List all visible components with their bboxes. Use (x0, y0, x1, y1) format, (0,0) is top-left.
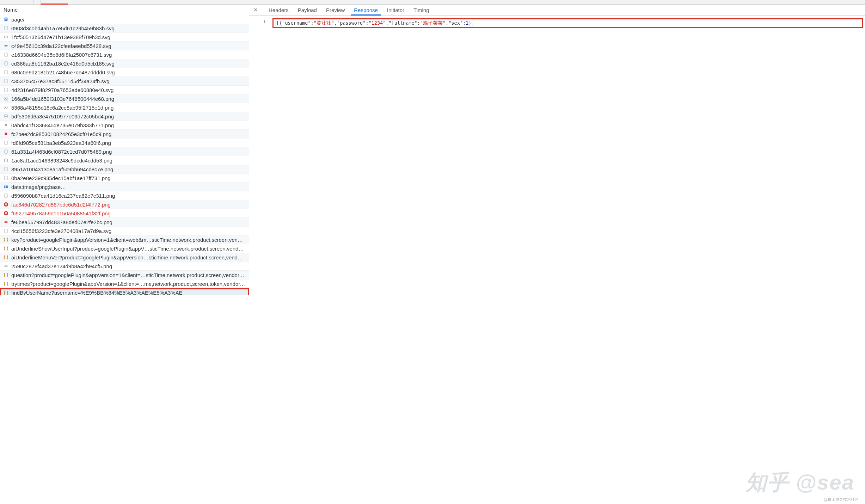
doc-icon (4, 17, 8, 22)
close-icon[interactable]: × (252, 7, 259, 14)
svg-rect-7 (5, 45, 8, 47)
request-row[interactable]: fac346d702827d867bdc6d51d2f4f772.png (0, 200, 249, 209)
request-row[interactable]: data:image/png;base… (0, 183, 249, 191)
request-name: bdf5306d6a3e47510977e09d72c05bd4.png (11, 113, 114, 119)
request-row[interactable]: c49e45610c39da122cfeefaeebd55428.svg (0, 42, 249, 50)
svg-rect-11 (5, 79, 8, 83)
detail-panel: × Headers Payload Preview Response Initi… (249, 5, 865, 295)
request-row[interactable]: cd386aa8b1162ba18e2e416d0d5cb185.svg (0, 59, 249, 68)
request-row[interactable]: key?product=googlePlugin&appVersion=1&cl… (0, 235, 249, 244)
generic-icon (4, 87, 8, 92)
request-row[interactable]: trytimes?product=googlePlugin&appVersion… (0, 279, 249, 288)
svg-rect-21 (5, 150, 8, 154)
request-row[interactable]: f6927c49578a69d1c150a5088541f32f.png (0, 209, 249, 218)
img-icon (4, 105, 8, 110)
request-row[interactable]: d596090b87ea41d16ca237ea62e7c311.png (0, 191, 249, 200)
response-json-content[interactable]: [{"username":"黄壮壮","password":"1234","fu… (276, 20, 474, 26)
request-name: 4cd15656f3223cfe3e270408a17a7d9a.svg (11, 228, 111, 234)
json-icon (4, 272, 8, 277)
json-icon (4, 281, 8, 286)
svg-rect-28 (5, 194, 8, 198)
request-name: 3951a100431308a1af5c9bb694cd8c7e.png (11, 166, 113, 172)
request-name: fe6bea567997dd4837a8ded07e2fe2bc.png (11, 219, 112, 225)
request-row[interactable]: page/ (0, 15, 249, 24)
tab-preview[interactable]: Preview (321, 5, 349, 15)
request-name: trytimes?product=googlePlugin&appVersion… (11, 281, 245, 287)
network-panel: Name page/0903d3c0bd4ab1a7e5d61c29b459b8… (0, 5, 249, 295)
request-row[interactable]: bdf5306d6a3e47510977e09d72c05bd4.png (0, 112, 249, 121)
tab-timing[interactable]: Timing (409, 5, 434, 15)
tab-marker (0, 0, 33, 5)
detail-tabs: × Headers Payload Preview Response Initi… (249, 5, 865, 16)
request-row[interactable]: 3951a100431308a1af5c9bb694cd8c7e.png (0, 165, 249, 174)
request-name: 166a5b4dd1659f3103e7648500444e68.png (11, 96, 114, 102)
request-row[interactable]: question?product=googlePlugin&appVersion… (0, 271, 249, 279)
request-row[interactable]: 680c0e9d2181b21748b6e7de487dddd0.svg (0, 68, 249, 77)
request-row[interactable]: fd8fd985ce581ba3eb5a923ea34a60f6.png (0, 139, 249, 147)
request-row[interactable]: fe6bea567997dd4837a8ded07e2fe2bc.png (0, 218, 249, 227)
num-icon: 1 (4, 158, 8, 163)
request-row[interactable]: 0903d3c0bd4ab1a7e5d61c29b459b83b.svg (0, 24, 249, 33)
tab-payload[interactable]: Payload (293, 5, 321, 15)
svg-rect-24 (5, 167, 8, 171)
request-name: 2590c2878f4ad37e124d9b8a42b94cf5.png (11, 263, 112, 269)
request-name: 4d2316e879f82970a7653ade60880e40.svg (11, 87, 114, 93)
json-icon (4, 237, 8, 242)
svg-rect-27 (5, 186, 6, 188)
column-header-name[interactable]: Name (0, 5, 249, 15)
tab-response[interactable]: Response (349, 5, 382, 15)
eye-icon (4, 35, 8, 39)
request-name: c49e45610c39da122cfeefaeebd55428.svg (11, 43, 111, 49)
request-name: d596090b87ea41d16ca237ea62e7c311.png (11, 193, 115, 199)
request-name: 0abdc41f1336845de735e079b333b771.png (11, 122, 114, 128)
request-row[interactable]: 61a331a4f463d6cf0872c1cd7d075489.png (0, 147, 249, 156)
request-name: fd8fd985ce581ba3eb5a923ea34a60f6.png (11, 140, 111, 146)
request-name: page/ (11, 17, 25, 23)
request-name: question?product=googlePlugin&appVersion… (11, 272, 245, 278)
svg-rect-32 (5, 229, 8, 233)
request-row[interactable]: 4cd15656f3223cfe3e270408a17a7d9a.svg (0, 227, 249, 235)
svg-rect-19 (5, 133, 7, 135)
request-name: fac346d702827d867bdc6d51d2f4f772.png (11, 202, 111, 208)
request-row[interactable]: aiUnderlineMenuVer?product=googlePlugin&… (0, 253, 249, 262)
request-row[interactable]: c3537c6c57e37ac3f5511d5df34a24fb.svg (0, 77, 249, 86)
svg-point-6 (6, 37, 7, 38)
request-row-selected[interactable]: findByUserName?username=%E9%BB%84%E5%A3%… (0, 288, 249, 295)
request-row[interactable]: fc2bee2dc9853010824265e3cf01e5c9.png (0, 130, 249, 139)
svg-rect-4 (5, 26, 8, 30)
request-name: 1ac8af1acd1463893248c9dcdc4cdd53.png (11, 158, 112, 164)
request-row[interactable]: 1fcf50513b6d47e71b13e9388f709b3d.svg (0, 33, 249, 42)
request-row[interactable]: 166a5b4dd1659f3103e7648500444e68.png (0, 94, 249, 103)
tab-headers[interactable]: Headers (264, 5, 293, 15)
request-list: page/0903d3c0bd4ab1a7e5d61c29b459b83b.sv… (0, 15, 249, 295)
svg-rect-3 (5, 20, 6, 20)
request-name: 1fcf50513b6d47e71b13e9388f709b3d.svg (11, 34, 110, 40)
tab-initiator[interactable]: Initiator (382, 5, 409, 15)
request-name: 5368a48155d18c6a2ce8ab95f2715e1d.png (11, 105, 114, 111)
request-name: data:image/png;base… (11, 184, 66, 190)
svg-rect-1 (5, 18, 7, 19)
request-row[interactable]: aiUnderlineShowUserInput?product=googleP… (0, 244, 249, 253)
request-row[interactable]: 0abdc41f1336845de735e079b333b771.png (0, 121, 249, 130)
request-name: aiUnderlineMenuVer?product=googlePlugin&… (11, 254, 245, 260)
tab-marker-active (41, 0, 68, 5)
request-row[interactable]: 2590c2878f4ad37e124d9b8a42b94cf5.png (0, 262, 249, 271)
request-name: fc2bee2dc9853010824265e3cf01e5c9.png (11, 131, 111, 137)
top-tab-strip (0, 0, 865, 5)
request-row[interactable]: 11ac8af1acd1463893248c9dcdc4cdd53.png (0, 156, 249, 165)
generic-icon (4, 167, 8, 172)
request-row[interactable]: 0ba2e8e239c935dec15abf1ae17ff731.png (0, 174, 249, 183)
generic-icon (4, 52, 8, 57)
error-icon (4, 202, 8, 207)
request-name: f6927c49578a69d1c150a5088541f32f.png (11, 210, 111, 216)
generic-icon (4, 176, 8, 180)
generic-icon (4, 228, 8, 233)
devtools-container: Name page/0903d3c0bd4ab1a7e5d61c29b459b8… (0, 0, 865, 295)
request-row[interactable]: 4d2316e879f82970a7653ade60880e40.svg (0, 86, 249, 94)
request-row[interactable]: e16338d6694e35b8d6f8fa25007c6731.svg (0, 50, 249, 59)
svg-rect-26 (4, 186, 8, 188)
request-row[interactable]: 5368a48155d18c6a2ce8ab95f2715e1d.png (0, 103, 249, 112)
request-name: 0903d3c0bd4ab1a7e5d61c29b459b83b.svg (11, 25, 115, 31)
request-name: 0ba2e8e239c935dec15abf1ae17ff731.png (11, 175, 111, 181)
svg-rect-9 (5, 62, 8, 66)
